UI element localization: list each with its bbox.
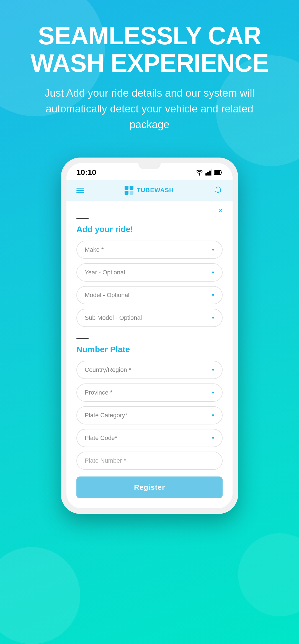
svg-rect-7: [125, 186, 128, 190]
section-divider-2: [76, 338, 89, 339]
model-arrow-icon: ▾: [212, 292, 214, 298]
svg-rect-9: [125, 191, 128, 195]
hero-subtitle: Just Add your ride details and our syste…: [39, 85, 260, 133]
plate-code-dropdown[interactable]: Plate Code* ▾: [76, 429, 223, 447]
notch: [138, 163, 161, 169]
hero-section: SEAMLESSLY CAR WASH EXPERIENCE Just Add …: [0, 0, 299, 146]
signal-icon: [205, 169, 212, 176]
make-dropdown[interactable]: Make * ▾: [76, 241, 223, 259]
close-row: ×: [76, 206, 223, 215]
hamburger-menu-icon[interactable]: [76, 188, 84, 193]
plate-category-dropdown[interactable]: Plate Category* ▾: [76, 406, 223, 424]
app-header: TUBEWASH: [66, 180, 233, 201]
plate-category-arrow-icon: ▾: [212, 412, 214, 418]
year-arrow-icon: ▾: [212, 269, 214, 275]
status-time: 10:10: [76, 168, 96, 177]
country-region-arrow-icon: ▾: [212, 367, 214, 373]
battery-icon: [214, 170, 223, 175]
svg-rect-1: [207, 172, 209, 176]
number-plate-title: Number Plate: [76, 345, 223, 354]
svg-rect-6: [215, 171, 220, 174]
hamburger-line-1: [76, 188, 84, 189]
plate-code-arrow-icon: ▾: [212, 435, 214, 441]
phone-frame: 10:10: [61, 158, 238, 514]
svg-rect-2: [209, 171, 211, 176]
hamburger-line-2: [76, 190, 84, 191]
logo-icon: [124, 185, 134, 195]
close-button[interactable]: ×: [218, 206, 223, 215]
wifi-icon: [195, 169, 203, 176]
plate-code-label: Plate Code*: [85, 434, 117, 442]
plate-number-field[interactable]: [76, 452, 223, 470]
model-label: Model - Optional: [85, 292, 129, 299]
hamburger-line-3: [76, 192, 84, 193]
svg-rect-10: [130, 191, 133, 195]
logo-text: TUBEWASH: [137, 187, 174, 194]
svg-rect-5: [221, 172, 222, 173]
year-label: Year - Optional: [85, 269, 125, 276]
sub-model-arrow-icon: ▾: [212, 315, 214, 321]
plate-number-input[interactable]: [85, 457, 214, 464]
hero-title: SEAMLESSLY CAR WASH EXPERIENCE: [17, 22, 282, 77]
number-plate-section: Number Plate Country/Region * ▾ Province…: [76, 331, 223, 498]
section-gap: [76, 331, 223, 338]
add-ride-section: Add your ride! Make * ▾ Year - Optional …: [76, 218, 223, 327]
sub-model-dropdown[interactable]: Sub Model - Optional ▾: [76, 309, 223, 327]
section-divider-1: [76, 218, 89, 219]
bell-icon[interactable]: [214, 186, 223, 195]
make-arrow-icon: ▾: [212, 247, 214, 253]
app-content: × Add your ride! Make * ▾ Year - Optiona…: [66, 201, 233, 508]
phone-inner: 10:10: [66, 163, 233, 508]
svg-rect-8: [130, 186, 133, 190]
bg-circle-br: [238, 533, 299, 616]
province-arrow-icon: ▾: [212, 390, 214, 396]
make-label: Make *: [85, 246, 104, 253]
plate-category-label: Plate Category*: [85, 412, 127, 419]
province-dropdown[interactable]: Province * ▾: [76, 383, 223, 402]
year-dropdown[interactable]: Year - Optional ▾: [76, 263, 223, 282]
svg-rect-0: [205, 173, 207, 176]
logo-area: TUBEWASH: [124, 185, 174, 195]
phone-container: 10:10: [0, 158, 299, 514]
country-region-label: Country/Region *: [85, 366, 131, 373]
country-region-dropdown[interactable]: Country/Region * ▾: [76, 361, 223, 379]
add-ride-title: Add your ride!: [76, 225, 223, 234]
svg-rect-3: [211, 169, 212, 176]
model-dropdown[interactable]: Model - Optional ▾: [76, 286, 223, 304]
bg-circle-bl: [0, 547, 80, 644]
province-label: Province *: [85, 389, 112, 396]
sub-model-label: Sub Model - Optional: [85, 314, 142, 321]
register-button[interactable]: Register: [76, 476, 223, 498]
status-icons: [195, 169, 223, 176]
